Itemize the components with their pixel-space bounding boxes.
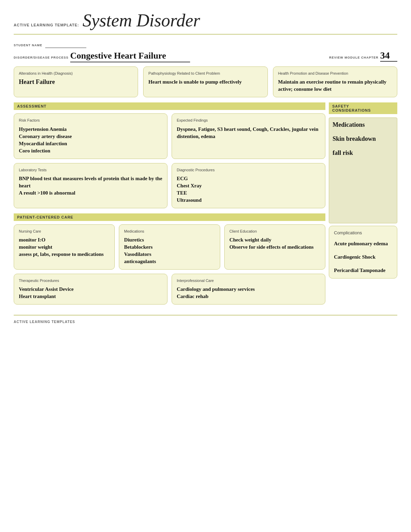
care-card-label-2: Client Education — [229, 229, 320, 234]
disorder-row: DISORDER/DISEASE PROCESS Congestive Hear… — [14, 50, 397, 62]
care-card-1: Medications Diuretics Betablockers Vasod… — [119, 224, 220, 270]
care-grid-bottom: Therapeutic Procedures Ventricular Assis… — [14, 274, 325, 305]
patient-care-left: PATIENT-CENTERED CARE Nursing Care monit… — [14, 213, 325, 305]
assessment-card-1: Expected Findings Dyspnea, Fatigue, S3 h… — [172, 113, 325, 159]
safety-item-1: Skin breakdown — [333, 135, 394, 143]
top-card-2: Health Promotion and Disease Prevention … — [273, 66, 397, 97]
chapter-value: 34 — [380, 50, 397, 62]
care-grid-top: Nursing Care monitor I:O monitor weight … — [14, 224, 325, 270]
care-card-2: Client Education Check weight daily Obse… — [224, 224, 325, 270]
complications-label: Complications — [334, 230, 392, 236]
patient-care-area: PATIENT-CENTERED CARE Nursing Care monit… — [14, 213, 397, 305]
care-bottom-content-1: Cardiology and pulmonary services Cardia… — [177, 286, 320, 300]
complications-section: Complications Acute pulmonary edema Card… — [329, 213, 397, 305]
care-card-label-0: Nursing Care — [19, 229, 110, 234]
assessment-card-label-0: Risk Factors — [19, 118, 162, 123]
top-card-0: Alterations in Health (Diagnosis) Heart … — [14, 66, 138, 97]
safety-header: SAFETY CONSIDERATIONS — [329, 102, 397, 114]
care-card-content-2: Check weight daily Observe for side effe… — [229, 236, 320, 251]
assessment-grid: Risk Factors Hypertension Anemia Coronar… — [14, 113, 325, 208]
header-section: ACTIVE LEARNING TEMPLATE: System Disorde… — [14, 10, 397, 35]
disorder-value: Congestive Heart Failure — [70, 51, 190, 62]
active-learning-label: ACTIVE LEARNING TEMPLATE: — [14, 23, 79, 27]
safety-section: SAFETY CONSIDERATIONS Medications Skin b… — [329, 102, 397, 208]
top-card-label-2: Health Promotion and Disease Prevention — [278, 71, 392, 76]
assessment-card-content-1: Dyspnea, Fatigue, S3 heart sound, Cough,… — [177, 126, 320, 140]
review-module-label: REVIEW MODULE CHAPTER — [329, 56, 378, 59]
student-info: STUDENT NAME DISORDER/DISEASE PROCESS Co… — [14, 41, 397, 62]
complications-item-0: Acute pulmonary edema — [334, 240, 392, 247]
assessment-card-label-3: Diagnostic Procedures — [177, 168, 320, 172]
care-bottom-card-1: Interprofessional Care Cardiology and pu… — [172, 274, 325, 305]
complications-item-2: Pericardial Tamponade — [334, 267, 392, 274]
top-cards: Alterations in Health (Diagnosis) Heart … — [14, 66, 397, 97]
care-card-label-1: Medications — [124, 229, 215, 234]
care-bottom-card-0: Therapeutic Procedures Ventricular Assis… — [14, 274, 167, 305]
care-bottom-label-0: Therapeutic Procedures — [19, 278, 162, 283]
care-card-content-0: monitor I:O monitor weight assess pt, la… — [19, 236, 110, 258]
assessment-card-label-2: Laboratory Tests — [19, 168, 162, 172]
top-card-content-0: Heart Failure — [19, 78, 133, 86]
page-title: System Disorder — [83, 10, 200, 30]
assessment-card-label-1: Expected Findings — [177, 118, 320, 123]
assessment-card-content-3: ECG Chest Xray TEE Ultrasound — [177, 175, 320, 204]
assessment-left: ASSESSMENT Risk Factors Hypertension Ane… — [14, 102, 325, 208]
disorder-label: DISORDER/DISEASE PROCESS — [14, 56, 68, 59]
care-card-0: Nursing Care monitor I:O monitor weight … — [14, 224, 115, 270]
footer-text: ACTIVE LEARNING TEMPLATES — [14, 320, 75, 324]
safety-item-0: Medications — [333, 121, 394, 128]
care-card-content-1: Diuretics Betablockers Vasodilators anti… — [124, 236, 215, 265]
patient-care-header: PATIENT-CENTERED CARE — [14, 213, 325, 221]
student-name-label: STUDENT NAME — [14, 44, 42, 47]
assessment-header: ASSESSMENT — [14, 102, 325, 110]
student-name-underline — [45, 41, 86, 48]
care-bottom-label-1: Interprofessional Care — [177, 278, 320, 283]
top-card-1: Pathophysiology Related to Client Proble… — [143, 66, 267, 97]
top-card-content-2: Maintain an exercise routine to remain p… — [278, 78, 392, 93]
assessment-card-content-0: Hypertension Anemia Coronary artery dise… — [19, 126, 162, 154]
safety-content: Medications Skin breakdown fall risk — [329, 117, 397, 223]
assessment-area: ASSESSMENT Risk Factors Hypertension Ane… — [14, 102, 397, 208]
assessment-card-0: Risk Factors Hypertension Anemia Coronar… — [14, 113, 167, 159]
review-module: REVIEW MODULE CHAPTER 34 — [329, 50, 397, 62]
complications-card: Complications Acute pulmonary edema Card… — [329, 226, 397, 279]
care-bottom-content-0: Ventricular Assist Device Heart transpla… — [19, 286, 162, 300]
top-card-content-1: Heart muscle is unable to pump effective… — [148, 78, 262, 86]
footer: ACTIVE LEARNING TEMPLATES — [14, 315, 397, 324]
header-top: ACTIVE LEARNING TEMPLATE: System Disorde… — [14, 10, 397, 30]
assessment-card-2: Laboratory Tests BNP blood test that mea… — [14, 163, 167, 208]
complications-item-1: Cardiogenic Shock — [334, 253, 392, 261]
safety-item-2: fall risk — [333, 149, 394, 157]
top-card-label-0: Alterations in Health (Diagnosis) — [19, 71, 133, 76]
top-card-label-1: Pathophysiology Related to Client Proble… — [148, 71, 262, 76]
assessment-card-content-2: BNP blood test that measures levels of p… — [19, 175, 162, 197]
page: ACTIVE LEARNING TEMPLATE: System Disorde… — [0, 0, 411, 532]
assessment-card-3: Diagnostic Procedures ECG Chest Xray TEE… — [172, 163, 325, 208]
